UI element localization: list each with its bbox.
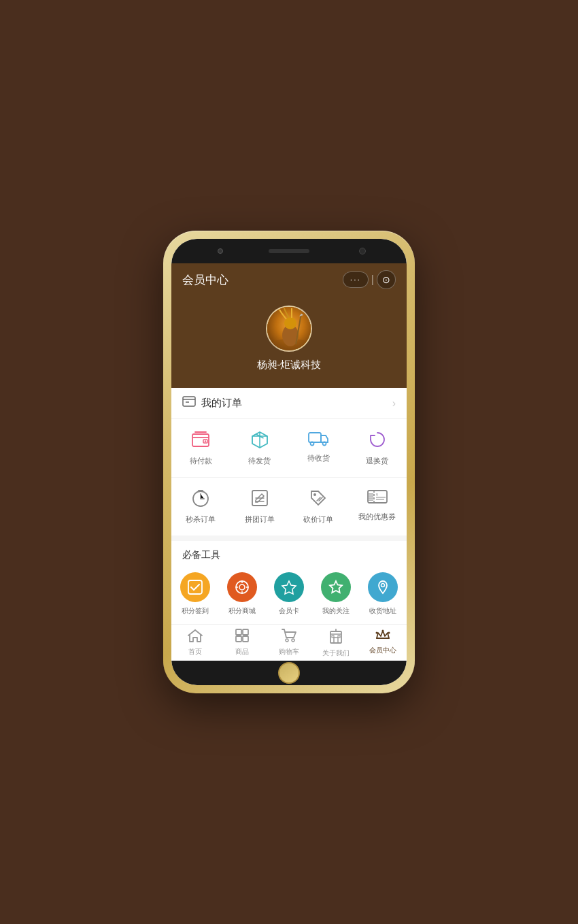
target-button[interactable]: ⊙ <box>377 270 396 289</box>
phone-frame: 会员中心 ··· | ⊙ <box>163 231 415 693</box>
nav-item-cart[interactable]: 购物车 <box>265 629 312 658</box>
svg-point-11 <box>205 440 206 442</box>
box-icon <box>250 430 269 452</box>
svg-rect-45 <box>332 636 334 638</box>
order-items-row2: 秒杀订单 拼团订单 <box>171 477 407 535</box>
order-items-row1: 待付款 待发货 <box>171 419 407 477</box>
order-item-group[interactable]: 拼团订单 <box>231 486 290 527</box>
svg-point-47 <box>376 632 378 634</box>
svg-point-13 <box>311 442 314 446</box>
profile-section: 杨昶-炬诚科技 <box>171 295 407 388</box>
avatar[interactable] <box>266 306 312 352</box>
tool-label-address: 收货地址 <box>369 606 396 616</box>
page-title: 会员中心 <box>182 272 228 288</box>
content-area[interactable]: 我的订单 › <box>171 388 407 624</box>
tool-item-follow[interactable]: 我的关注 <box>313 572 360 616</box>
speaker <box>269 249 309 253</box>
order-label-coupon: 我的优惠券 <box>358 512 396 522</box>
svg-point-41 <box>286 639 288 642</box>
tool-item-checkin[interactable]: 积分签到 <box>171 572 218 616</box>
nav-item-member[interactable]: 会员中心 <box>360 629 407 658</box>
avatar-image <box>267 307 311 350</box>
top-bar-actions: ··· | ⊙ <box>343 270 396 289</box>
pencil-box-icon <box>250 489 269 510</box>
svg-marker-35 <box>330 581 342 593</box>
orders-header[interactable]: 我的订单 › <box>171 388 407 419</box>
top-bar: 会员中心 ··· | ⊙ <box>171 263 407 295</box>
cart-icon <box>282 629 296 646</box>
tool-label-points-mall: 积分商城 <box>228 606 256 616</box>
order-label-pending-payment: 待付款 <box>190 456 212 466</box>
order-label-pending-receive: 待收货 <box>307 453 330 463</box>
nav-label-home: 首页 <box>188 647 202 657</box>
sensor-icon <box>359 248 366 254</box>
svg-point-49 <box>388 632 390 634</box>
tool-item-member-card[interactable]: 会员卡 <box>265 572 312 616</box>
order-item-return[interactable]: 退换货 <box>348 427 407 469</box>
nav-label-products: 商品 <box>235 647 249 657</box>
divider: | <box>369 274 377 286</box>
grid-icon <box>235 629 249 646</box>
bottom-bezel <box>171 661 407 685</box>
front-camera-icon <box>218 248 223 254</box>
crown-icon <box>375 629 390 644</box>
order-item-pending-payment[interactable]: 待付款 <box>171 427 231 469</box>
order-label-bargain: 砍价订单 <box>303 514 333 525</box>
nav-label-cart: 购物车 <box>279 647 299 657</box>
svg-rect-37 <box>236 629 241 635</box>
orders-title: 我的订单 <box>201 397 242 410</box>
nav-item-products[interactable]: 商品 <box>218 629 265 658</box>
svg-rect-44 <box>334 638 338 643</box>
coupon-icon: ¥ <box>367 489 388 508</box>
checkin-circle <box>180 572 210 602</box>
tools-header: 必备工具 <box>171 541 407 567</box>
svg-text:¥: ¥ <box>376 493 378 497</box>
truck-icon <box>308 430 328 449</box>
svg-point-48 <box>382 630 384 632</box>
svg-point-42 <box>292 639 294 642</box>
svg-point-36 <box>381 584 385 587</box>
home-button[interactable] <box>278 662 300 684</box>
order-item-pending-ship[interactable]: 待发货 <box>231 427 290 469</box>
points-mall-circle <box>227 572 257 602</box>
svg-point-29 <box>239 584 245 590</box>
svg-point-17 <box>313 493 316 496</box>
top-bezel <box>171 239 407 263</box>
header-section: 会员中心 ··· | ⊙ <box>171 263 407 388</box>
nav-item-home[interactable]: 首页 <box>171 629 218 658</box>
building-icon <box>329 629 343 647</box>
order-item-flash[interactable]: 秒杀订单 <box>171 486 231 527</box>
username: 杨昶-炬诚科技 <box>257 359 322 372</box>
tag-icon <box>309 489 328 510</box>
svg-rect-6 <box>183 397 195 406</box>
ellipsis-button[interactable]: ··· <box>343 271 369 288</box>
refresh-icon <box>368 430 387 452</box>
order-item-coupon[interactable]: ¥ 我的优惠券 <box>348 486 407 527</box>
phone-screen: 会员中心 ··· | ⊙ <box>171 239 407 685</box>
bottom-navigation: 首页 商品 <box>171 624 407 661</box>
member-card-circle <box>274 572 304 602</box>
follow-circle <box>321 572 351 602</box>
tool-label-follow: 我的关注 <box>322 606 350 616</box>
tool-label-member-card: 会员卡 <box>279 606 299 616</box>
order-label-flash: 秒杀订单 <box>186 514 216 525</box>
order-label-pending-ship: 待发货 <box>248 456 271 466</box>
nav-item-about[interactable]: 关于我们 <box>313 629 360 658</box>
order-item-pending-receive[interactable]: 待收货 <box>289 427 348 469</box>
tool-item-address[interactable]: 收货地址 <box>360 572 407 616</box>
orders-section: 我的订单 › <box>171 388 407 535</box>
svg-marker-34 <box>282 581 296 594</box>
address-circle <box>368 572 398 602</box>
tool-item-points-mall[interactable]: 积分商城 <box>218 572 265 616</box>
nav-label-about: 关于我们 <box>322 648 350 658</box>
svg-rect-39 <box>236 636 241 642</box>
svg-point-14 <box>323 442 326 446</box>
orders-title-group: 我的订单 <box>182 396 242 410</box>
clock-icon <box>191 489 210 510</box>
orders-header-icon <box>182 396 196 410</box>
target-icon: ⊙ <box>382 274 390 285</box>
order-item-bargain[interactable]: 砍价订单 <box>289 486 348 527</box>
app-screen: 会员中心 ··· | ⊙ <box>171 263 407 661</box>
orders-chevron-icon: › <box>392 397 396 410</box>
nav-label-member: 会员中心 <box>369 646 396 655</box>
